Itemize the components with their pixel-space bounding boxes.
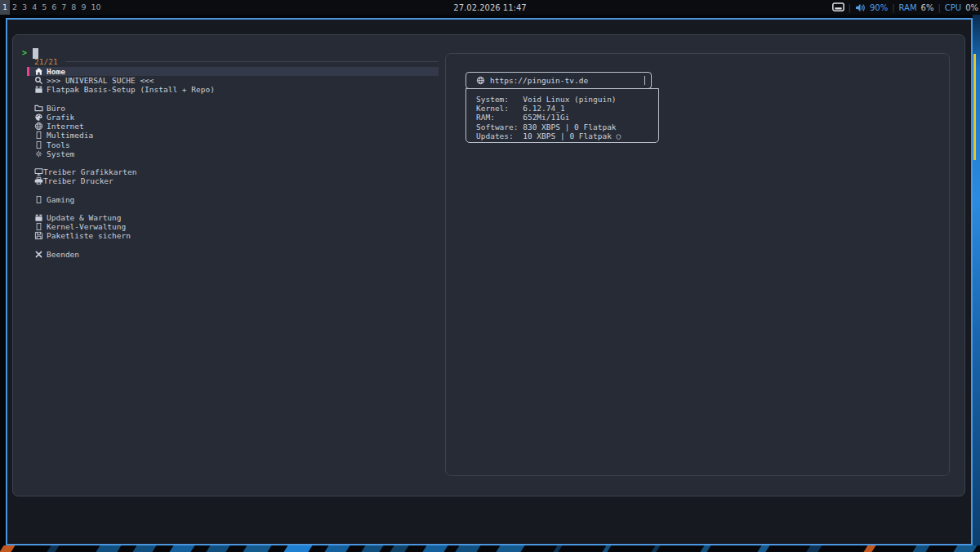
pointer-bar bbox=[27, 85, 29, 94]
folder-icon bbox=[33, 104, 43, 113]
desktop-wallpaper-right bbox=[973, 15, 980, 545]
wallpaper-yellow-stripe bbox=[973, 54, 976, 160]
wallpaper-segment bbox=[423, 545, 448, 552]
speaker-icon[interactable] bbox=[855, 3, 866, 12]
menu-item[interactable]: Beenden bbox=[27, 250, 439, 259]
wallpaper-segment bbox=[390, 545, 409, 552]
pointer-bar bbox=[27, 67, 29, 76]
menu-item[interactable]: Kernel-Verwaltung bbox=[27, 222, 439, 231]
package-icon bbox=[33, 213, 43, 222]
preview-info-row: Software: 830 XBPS | 0 Flatpak bbox=[476, 122, 621, 131]
menu-item-label: Tools bbox=[47, 140, 70, 149]
menu-item[interactable]: Flatpak Basis-Setup (Install + Repo) bbox=[27, 85, 439, 94]
wallpaper-segment bbox=[243, 545, 272, 552]
package-icon bbox=[33, 85, 43, 94]
menu-item[interactable]: Grafik bbox=[27, 113, 439, 122]
menu-item-label: Beenden bbox=[47, 250, 79, 259]
menu-list: Home>>> UNIVERSAL SUCHE <<<Flatpak Basis… bbox=[27, 67, 439, 259]
menu-item-label: Gaming bbox=[47, 195, 74, 204]
fzf-prompt[interactable]: > bbox=[22, 47, 27, 59]
pointer-bar bbox=[27, 222, 29, 231]
menu-item[interactable]: Gaming bbox=[27, 195, 439, 204]
menu-item-label: System bbox=[47, 149, 74, 158]
preview-info-row: Updates: 10 XBPS | 0 Flatpak ○ bbox=[476, 131, 621, 140]
menu-item[interactable]: >>> UNIVERSAL SUCHE <<< bbox=[27, 76, 439, 85]
menu-item[interactable]: Multimedia bbox=[27, 131, 439, 140]
url-text[interactable]: https://pinguin-tv.de bbox=[490, 76, 588, 85]
home-icon bbox=[33, 67, 43, 76]
menu-item[interactable]: Tools bbox=[27, 140, 439, 149]
cpu-value: 0% bbox=[965, 3, 978, 12]
ram-value: 6% bbox=[921, 3, 934, 12]
tray-separator: | bbox=[892, 3, 894, 12]
wallpaper-segment bbox=[0, 545, 15, 552]
tray-separator: | bbox=[938, 3, 940, 12]
match-counter: 21/21 bbox=[34, 57, 58, 66]
close-icon bbox=[33, 250, 43, 259]
monitor-icon bbox=[33, 167, 43, 176]
wallpaper-segment bbox=[325, 545, 350, 552]
wallpaper-segment bbox=[362, 545, 384, 552]
globe-icon bbox=[475, 76, 485, 85]
wallpaper-segment bbox=[284, 545, 313, 552]
menu-item-label: Treiber Grafikkarten bbox=[43, 167, 136, 176]
menu-spacer bbox=[27, 95, 439, 104]
status-tray: | 90% | RAM 6% | CPU 0% bbox=[829, 0, 978, 15]
wallpaper-segment bbox=[652, 545, 661, 552]
menu-item-label: Flatpak Basis-Setup (Install + Repo) bbox=[47, 85, 215, 94]
wallpaper-segment bbox=[47, 545, 60, 552]
menu-item[interactable]: Treiber Drucker bbox=[27, 176, 439, 185]
preview-info-lines: System: Void Linux (pinguin)Kernel: 6.12… bbox=[476, 95, 621, 140]
search-icon bbox=[33, 76, 43, 85]
wallpaper-segment bbox=[170, 545, 195, 552]
menu-item-label: Grafik bbox=[47, 113, 74, 122]
wallpaper-segment bbox=[554, 545, 563, 552]
menu-item-label: Multimedia bbox=[47, 131, 93, 140]
cpu-label: CPU bbox=[945, 3, 961, 12]
pointer-bar bbox=[27, 250, 29, 259]
pointer-bar bbox=[27, 76, 29, 85]
menu-item[interactable]: Internet bbox=[27, 122, 439, 131]
menu-item-label: Internet bbox=[47, 122, 84, 131]
menu-item-label: >>> UNIVERSAL SUCHE <<< bbox=[47, 76, 154, 85]
volume-value[interactable]: 90% bbox=[870, 3, 888, 12]
menu-item-label: Kernel-Verwaltung bbox=[47, 222, 126, 231]
pointer-bar bbox=[27, 167, 29, 176]
wallpaper-segment bbox=[133, 545, 157, 552]
wallpaper-segment bbox=[456, 545, 481, 552]
pointer-bar bbox=[27, 176, 29, 185]
menu-item[interactable]: System bbox=[27, 149, 439, 158]
menu-item[interactable]: Büro bbox=[27, 104, 439, 113]
wallpaper-segment bbox=[758, 545, 770, 552]
pointer-bar bbox=[27, 104, 29, 113]
menu-item-label: Paketliste sichern bbox=[47, 231, 131, 240]
pointer-bar bbox=[27, 140, 29, 149]
globe-icon bbox=[33, 122, 43, 131]
gear-icon bbox=[33, 149, 43, 158]
wallpaper-segment bbox=[207, 545, 230, 552]
preview-info-row: RAM: 652Mi/11Gi bbox=[476, 113, 621, 122]
tofu-icon bbox=[33, 140, 43, 149]
menu-item[interactable]: Treiber Grafikkarten bbox=[27, 167, 439, 176]
monitor-tray-icon[interactable] bbox=[832, 2, 844, 12]
wallpaper-segment bbox=[96, 545, 122, 552]
wallpaper-segment bbox=[954, 545, 978, 552]
pointer-bar bbox=[27, 122, 29, 131]
tofu-icon bbox=[33, 131, 43, 140]
pointer-bar bbox=[27, 231, 29, 240]
top-bar: 12345678910 27.02.2026 11:47 | 90% | RAM… bbox=[0, 0, 980, 15]
pointer-bar bbox=[27, 113, 29, 122]
wallpaper-segment bbox=[913, 545, 930, 552]
pointer-bar bbox=[27, 131, 29, 140]
tofu-icon bbox=[33, 195, 43, 204]
wallpaper-segment bbox=[497, 545, 525, 552]
menu-item[interactable]: Paketliste sichern bbox=[27, 231, 439, 240]
menu-spacer bbox=[27, 204, 439, 213]
tofu-icon bbox=[33, 222, 43, 231]
ram-label: RAM bbox=[899, 3, 917, 12]
menu-item[interactable]: Home bbox=[27, 67, 439, 76]
menu-item-label: Treiber Drucker bbox=[43, 176, 114, 185]
menu-item-label: Büro bbox=[47, 104, 65, 113]
menu-item-label: Home bbox=[47, 67, 65, 76]
menu-item[interactable]: Update & Wartung bbox=[27, 213, 439, 222]
